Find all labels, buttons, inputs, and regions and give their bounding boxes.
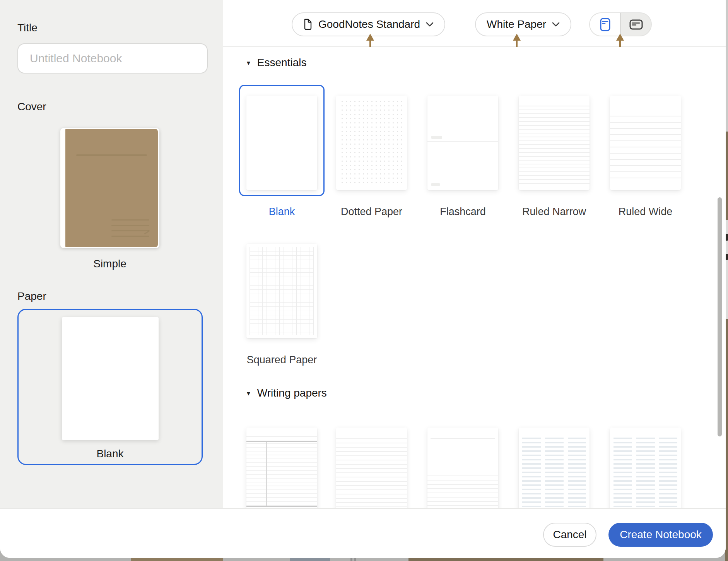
paper-pattern [522, 438, 586, 508]
annotation-arrowhead [366, 34, 374, 41]
paper-preview-label: Blank [19, 448, 202, 460]
paper-thumbnail [519, 428, 590, 508]
template-browser: ▼ Essentials BlankDotted PaperFlashcardR… [223, 47, 726, 508]
paper-thumbnail [427, 428, 498, 508]
annotation-arrowhead [513, 34, 521, 41]
paper-size-dropdown[interactable]: GoodNotes Standard [292, 12, 445, 36]
background-app-sliver [131, 558, 223, 561]
paper-template-cornell[interactable] [246, 428, 317, 508]
scrollbar-thumb[interactable] [718, 197, 722, 436]
landscape-page-icon [629, 19, 643, 30]
selected-paper-preview[interactable]: Blank [17, 309, 203, 465]
background-text-fragment [726, 254, 728, 260]
paper-pattern [246, 506, 317, 507]
cover-image [65, 129, 158, 247]
create-notebook-dialog: Title Cover Simple Paper Blank [0, 0, 726, 558]
chevron-down-icon [426, 22, 434, 27]
chevron-down-icon [552, 22, 560, 27]
writing-papers-grid [223, 47, 726, 508]
screen: Title Cover Simple Paper Blank [0, 0, 728, 561]
paper-thumbnail [610, 428, 681, 508]
document-icon [303, 19, 313, 30]
paper-pattern [246, 443, 317, 508]
paper-template-columns[interactable] [519, 428, 590, 508]
paper-thumbnail [336, 428, 407, 508]
cover-template-simple[interactable] [60, 128, 159, 248]
paper-template-summary[interactable] [427, 428, 498, 508]
cover-decoration [76, 154, 147, 156]
background-app-sliver [290, 558, 330, 561]
cover-decoration [111, 225, 149, 226]
background-text-fragment [726, 234, 728, 241]
notebook-title-input[interactable] [17, 43, 208, 74]
cover-decoration [111, 230, 149, 231]
title-label: Title [17, 22, 38, 34]
paper-size-value: GoodNotes Standard [318, 18, 420, 31]
portrait-page-icon [600, 18, 610, 31]
background-app-sliver [408, 558, 603, 561]
background-app-sliver [350, 558, 352, 561]
cover-label: Cover [17, 101, 46, 113]
paper-template-ruled[interactable] [336, 428, 407, 508]
paper-pattern [614, 438, 677, 508]
paper-color-dropdown[interactable]: White Paper [475, 12, 571, 36]
paper-pattern [632, 438, 636, 508]
cancel-button[interactable]: Cancel [543, 523, 596, 547]
paper-preview-thumbnail [62, 317, 159, 440]
paper-pattern [431, 438, 495, 439]
paper-label: Paper [17, 290, 46, 303]
paper-pattern [427, 475, 498, 508]
paper-template-columns[interactable] [610, 428, 681, 508]
create-notebook-button[interactable]: Create Notebook [608, 523, 713, 547]
paper-thumbnail [246, 428, 317, 508]
orientation-portrait-button[interactable] [590, 13, 621, 36]
paper-pattern [246, 436, 317, 437]
cover-template-label: Simple [60, 258, 159, 270]
toolbar: GoodNotes Standard White Paper [223, 0, 726, 47]
paper-pattern [541, 438, 545, 508]
paper-pattern [564, 438, 568, 508]
cover-decoration [111, 236, 149, 237]
background-app-sliver [354, 558, 356, 561]
paper-pattern [266, 442, 267, 506]
paper-color-value: White Paper [487, 18, 546, 31]
dialog-footer: Cancel Create Notebook [0, 508, 726, 558]
paper-pattern [246, 441, 317, 442]
cover-decoration [111, 219, 149, 221]
paper-pattern [655, 438, 659, 508]
sidebar: Title Cover Simple Paper Blank [0, 0, 223, 508]
annotation-arrowhead [616, 34, 624, 41]
paper-orientation-segmented-control [589, 12, 652, 36]
paper-pattern [336, 438, 407, 508]
orientation-landscape-button[interactable] [621, 13, 651, 36]
